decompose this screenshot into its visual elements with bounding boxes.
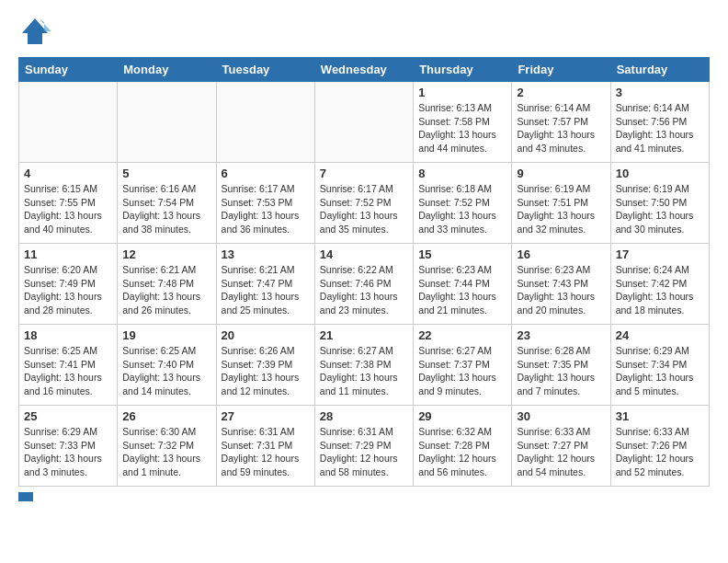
calendar-cell: 3Sunrise: 6:14 AM Sunset: 7:56 PM Daylig…	[610, 82, 709, 163]
calendar-cell	[314, 82, 413, 163]
calendar-cell: 12Sunrise: 6:21 AM Sunset: 7:48 PM Dayli…	[118, 244, 216, 325]
calendar-header-friday: Friday	[512, 58, 610, 82]
calendar-week-2: 4Sunrise: 6:15 AM Sunset: 7:55 PM Daylig…	[19, 163, 710, 244]
footer	[18, 492, 710, 501]
calendar-cell	[118, 82, 216, 163]
day-info: Sunrise: 6:18 AM Sunset: 7:52 PM Dayligh…	[418, 182, 506, 236]
calendar-cell: 8Sunrise: 6:18 AM Sunset: 7:52 PM Daylig…	[414, 163, 512, 244]
calendar-cell: 2Sunrise: 6:14 AM Sunset: 7:57 PM Daylig…	[512, 82, 610, 163]
day-number: 10	[616, 167, 704, 180]
day-info: Sunrise: 6:29 AM Sunset: 7:34 PM Dayligh…	[616, 344, 704, 398]
day-info: Sunrise: 6:21 AM Sunset: 7:48 PM Dayligh…	[122, 263, 210, 317]
day-info: Sunrise: 6:14 AM Sunset: 7:56 PM Dayligh…	[616, 101, 704, 155]
day-number: 26	[122, 409, 210, 423]
day-number: 30	[517, 409, 605, 423]
day-number: 23	[517, 328, 605, 342]
calendar-week-4: 18Sunrise: 6:25 AM Sunset: 7:41 PM Dayli…	[19, 325, 710, 406]
calendar-week-1: 1Sunrise: 6:13 AM Sunset: 7:58 PM Daylig…	[19, 82, 710, 163]
calendar-cell: 20Sunrise: 6:26 AM Sunset: 7:39 PM Dayli…	[216, 325, 314, 406]
calendar-week-5: 25Sunrise: 6:29 AM Sunset: 7:33 PM Dayli…	[19, 406, 710, 487]
calendar-cell: 29Sunrise: 6:32 AM Sunset: 7:28 PM Dayli…	[414, 406, 512, 487]
calendar-header-row: SundayMondayTuesdayWednesdayThursdayFrid…	[19, 58, 710, 82]
calendar-week-3: 11Sunrise: 6:20 AM Sunset: 7:49 PM Dayli…	[19, 244, 710, 325]
day-number: 14	[320, 247, 408, 261]
day-info: Sunrise: 6:13 AM Sunset: 7:58 PM Dayligh…	[418, 101, 506, 155]
day-number: 24	[616, 328, 704, 342]
calendar-cell: 24Sunrise: 6:29 AM Sunset: 7:34 PM Dayli…	[610, 325, 709, 406]
calendar-cell: 5Sunrise: 6:16 AM Sunset: 7:54 PM Daylig…	[118, 163, 216, 244]
day-info: Sunrise: 6:20 AM Sunset: 7:49 PM Dayligh…	[24, 263, 112, 317]
day-info: Sunrise: 6:32 AM Sunset: 7:28 PM Dayligh…	[418, 425, 506, 479]
day-number: 28	[320, 409, 408, 423]
day-number: 31	[616, 409, 704, 423]
day-info: Sunrise: 6:24 AM Sunset: 7:42 PM Dayligh…	[616, 263, 704, 317]
day-number: 13	[222, 247, 310, 261]
calendar-cell: 11Sunrise: 6:20 AM Sunset: 7:49 PM Dayli…	[19, 244, 118, 325]
day-number: 11	[24, 247, 112, 261]
day-number: 16	[517, 247, 605, 261]
day-number: 1	[418, 86, 506, 99]
calendar-cell: 14Sunrise: 6:22 AM Sunset: 7:46 PM Dayli…	[314, 244, 413, 325]
calendar-cell: 19Sunrise: 6:25 AM Sunset: 7:40 PM Dayli…	[118, 325, 216, 406]
day-info: Sunrise: 6:31 AM Sunset: 7:31 PM Dayligh…	[222, 425, 310, 479]
day-info: Sunrise: 6:19 AM Sunset: 7:50 PM Dayligh…	[616, 182, 704, 236]
calendar-cell: 23Sunrise: 6:28 AM Sunset: 7:35 PM Dayli…	[512, 325, 610, 406]
day-number: 25	[24, 409, 112, 423]
day-number: 29	[418, 409, 506, 423]
header	[18, 15, 710, 48]
page: SundayMondayTuesdayWednesdayThursdayFrid…	[0, 0, 728, 511]
calendar-header-monday: Monday	[118, 58, 216, 82]
day-info: Sunrise: 6:17 AM Sunset: 7:52 PM Dayligh…	[320, 182, 408, 236]
calendar-cell: 27Sunrise: 6:31 AM Sunset: 7:31 PM Dayli…	[216, 406, 314, 487]
day-info: Sunrise: 6:33 AM Sunset: 7:26 PM Dayligh…	[616, 425, 704, 479]
day-info: Sunrise: 6:17 AM Sunset: 7:53 PM Dayligh…	[222, 182, 310, 236]
calendar-cell: 22Sunrise: 6:27 AM Sunset: 7:37 PM Dayli…	[414, 325, 512, 406]
calendar-cell: 1Sunrise: 6:13 AM Sunset: 7:58 PM Daylig…	[414, 82, 512, 163]
day-info: Sunrise: 6:15 AM Sunset: 7:55 PM Dayligh…	[24, 182, 112, 236]
day-info: Sunrise: 6:19 AM Sunset: 7:51 PM Dayligh…	[517, 182, 605, 236]
calendar-header-thursday: Thursday	[414, 58, 512, 82]
day-info: Sunrise: 6:31 AM Sunset: 7:29 PM Dayligh…	[320, 425, 408, 479]
day-number: 22	[418, 328, 506, 342]
day-number: 3	[616, 86, 704, 99]
day-info: Sunrise: 6:27 AM Sunset: 7:38 PM Dayligh…	[320, 344, 408, 398]
day-info: Sunrise: 6:23 AM Sunset: 7:44 PM Dayligh…	[418, 263, 506, 317]
calendar-cell: 18Sunrise: 6:25 AM Sunset: 7:41 PM Dayli…	[19, 325, 118, 406]
logo	[18, 15, 53, 48]
calendar-cell: 30Sunrise: 6:33 AM Sunset: 7:27 PM Dayli…	[512, 406, 610, 487]
day-info: Sunrise: 6:29 AM Sunset: 7:33 PM Dayligh…	[24, 425, 112, 479]
calendar-cell: 28Sunrise: 6:31 AM Sunset: 7:29 PM Dayli…	[314, 406, 413, 487]
calendar-cell	[19, 82, 118, 163]
day-number: 7	[320, 167, 408, 180]
calendar-header-sunday: Sunday	[19, 58, 118, 82]
day-info: Sunrise: 6:14 AM Sunset: 7:57 PM Dayligh…	[517, 101, 605, 155]
day-number: 12	[122, 247, 210, 261]
day-info: Sunrise: 6:26 AM Sunset: 7:39 PM Dayligh…	[222, 344, 310, 398]
day-number: 19	[122, 328, 210, 342]
day-info: Sunrise: 6:30 AM Sunset: 7:32 PM Dayligh…	[122, 425, 210, 479]
calendar-cell: 21Sunrise: 6:27 AM Sunset: 7:38 PM Dayli…	[314, 325, 413, 406]
day-info: Sunrise: 6:25 AM Sunset: 7:40 PM Dayligh…	[122, 344, 210, 398]
day-number: 15	[418, 247, 506, 261]
calendar-header-saturday: Saturday	[610, 58, 709, 82]
day-info: Sunrise: 6:33 AM Sunset: 7:27 PM Dayligh…	[517, 425, 605, 479]
calendar-cell: 13Sunrise: 6:21 AM Sunset: 7:47 PM Dayli…	[216, 244, 314, 325]
calendar-cell: 7Sunrise: 6:17 AM Sunset: 7:52 PM Daylig…	[314, 163, 413, 244]
day-info: Sunrise: 6:28 AM Sunset: 7:35 PM Dayligh…	[517, 344, 605, 398]
day-info: Sunrise: 6:25 AM Sunset: 7:41 PM Dayligh…	[24, 344, 112, 398]
day-number: 17	[616, 247, 704, 261]
calendar-cell: 25Sunrise: 6:29 AM Sunset: 7:33 PM Dayli…	[19, 406, 118, 487]
calendar-cell: 16Sunrise: 6:23 AM Sunset: 7:43 PM Dayli…	[512, 244, 610, 325]
logo-icon	[18, 15, 51, 48]
calendar-header-wednesday: Wednesday	[314, 58, 413, 82]
day-number: 4	[24, 167, 112, 180]
calendar: SundayMondayTuesdayWednesdayThursdayFrid…	[18, 57, 710, 487]
day-info: Sunrise: 6:16 AM Sunset: 7:54 PM Dayligh…	[122, 182, 210, 236]
day-number: 20	[222, 328, 310, 342]
day-number: 9	[517, 167, 605, 180]
calendar-cell: 17Sunrise: 6:24 AM Sunset: 7:42 PM Dayli…	[610, 244, 709, 325]
day-number: 5	[122, 167, 210, 180]
calendar-cell: 31Sunrise: 6:33 AM Sunset: 7:26 PM Dayli…	[610, 406, 709, 487]
day-info: Sunrise: 6:21 AM Sunset: 7:47 PM Dayligh…	[222, 263, 310, 317]
day-info: Sunrise: 6:27 AM Sunset: 7:37 PM Dayligh…	[418, 344, 506, 398]
